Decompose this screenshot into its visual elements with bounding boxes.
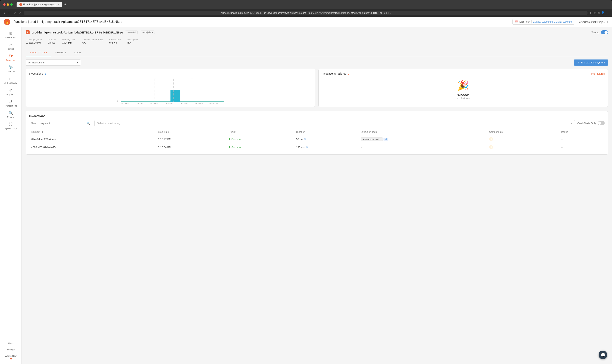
sidebar-item-appsync[interactable]: ⊙ AppSync <box>1 87 20 97</box>
tab-logs[interactable]: LOGS <box>70 49 85 56</box>
empty-title: Whooo! <box>457 93 469 97</box>
svg-text:02:50 PM: 02:50 PM <box>150 103 158 104</box>
traced-toggle[interactable] <box>601 30 608 34</box>
chat-button[interactable]: 💬 <box>598 351 607 359</box>
cell-request-id: 024a84ce-9f28-4b4d-... <box>29 135 156 143</box>
active-tab[interactable]: Functions | prod-lumigo-my-st... ✕ <box>16 2 62 7</box>
sidebar-item-apigateway[interactable]: ⊟ API Gateway <box>1 75 20 86</box>
maximize-button[interactable] <box>10 3 13 6</box>
meta-value-description: N/A <box>127 41 138 44</box>
comp-cell: 1 <box>489 137 557 141</box>
execution-tag-dropdown[interactable]: Select execution tag ▾ <box>95 120 575 126</box>
table-row[interactable]: c586cd67-87de-4e75-... 3:10:54 PM Succes… <box>29 143 605 151</box>
forward-button[interactable]: › <box>8 11 10 15</box>
col-start-time[interactable]: Start Time ↓ <box>156 129 227 135</box>
failures-count: 0 <box>348 72 350 75</box>
project-selector[interactable]: Serverless-stack-Proje... ▾ <box>577 21 608 24</box>
sidebar-item-explore[interactable]: 🔍 Explore <box>1 109 20 120</box>
page-tab-bar: INVOCATIONS METRICS LOGS <box>26 49 608 56</box>
appsync-icon: ⊙ <box>9 88 12 92</box>
result-success: Success <box>229 146 291 149</box>
project-name: Serverless-stack-Proje... <box>577 21 605 24</box>
runtime-badge: nodejs14.x <box>141 30 155 34</box>
tab-close-button[interactable]: ✕ <box>58 3 59 6</box>
profile-icon[interactable]: 👤 <box>601 11 604 14</box>
invocations-chart-svg: 2 1 0 <box>29 76 312 104</box>
invocations-chart-card: Invocations 1 2 1 0 <box>26 69 315 107</box>
svg-rect-7 <box>171 90 180 102</box>
toggle-thumb <box>604 31 608 34</box>
reload-button[interactable]: ↻ <box>13 10 16 15</box>
sidebar-label-alerts: Alerts <box>8 342 14 344</box>
comp-cell: 1 <box>489 145 557 149</box>
close-button[interactable] <box>3 3 5 6</box>
sidebar-item-functions[interactable]: Fx Functions <box>1 52 20 63</box>
extensions-icon[interactable]: ⧉ <box>598 11 599 14</box>
col-issues: Issues <box>559 129 605 135</box>
home-button[interactable]: ⌂ <box>18 11 22 15</box>
toggle-off-thumb <box>598 121 601 125</box>
search-request-id-input[interactable] <box>31 122 85 125</box>
sidebar-item-settings[interactable]: Settings <box>1 347 20 352</box>
sidebar-item-whatsnew[interactable]: What's New <box>1 353 20 361</box>
main-content: λ prod-lumigo-my-stack-ApiLambdaGETB1714… <box>22 27 612 364</box>
lumigo-favicon <box>19 3 22 6</box>
sidebar-divider <box>4 133 17 133</box>
share-icon[interactable]: ⬆ <box>589 11 592 14</box>
see-last-deployment-button[interactable]: ⬆ See Last Deployment <box>574 60 608 65</box>
invocation-filter-dropdown[interactable]: All invocations ▾ <box>26 60 81 65</box>
cell-start-time: 3:10:54 PM <box>156 143 227 151</box>
svg-text:03:00 PM: 03:00 PM <box>165 103 174 104</box>
col-duration: Duration <box>294 129 358 135</box>
app-body: ⊞ Dashboard ⚠ Issues Fx Functions 📡 Live… <box>0 27 612 364</box>
tab-invocations[interactable]: INVOCATIONS <box>26 49 51 56</box>
cell-start-time: 3:15:27 PM <box>156 135 227 143</box>
invocations-chart-area: 2 1 0 <box>29 76 312 104</box>
table-row[interactable]: 024a84ce-9f28-4b4d-... 3:15:27 PM Succes… <box>29 135 605 143</box>
sidebar-item-livetail[interactable]: 📡 Live Tail <box>1 64 20 74</box>
duration-cell: 52 ms ❄ <box>296 138 356 141</box>
traced-label: Traced <box>591 31 599 34</box>
cell-request-id: c586cd67-87de-4e75-... <box>29 143 156 151</box>
url-bar[interactable] <box>24 11 587 15</box>
svg-text:1: 1 <box>117 88 119 91</box>
browser-urlbar: ‹ › ↻ ⌂ ⬆ ☆ ⧉ 👤 ⋮ <box>0 9 612 17</box>
sidebar-label-explore: Explore <box>7 116 14 118</box>
sidebar-label-whatsnew: What's New <box>5 355 16 357</box>
tab-metrics[interactable]: METRICS <box>51 49 71 56</box>
meta-label-description: Description <box>127 39 138 41</box>
meta-description: Description N/A <box>127 39 138 44</box>
sidebar-item-alerts[interactable]: Alerts <box>1 340 20 346</box>
tag-chip: apigw-request-id-... <box>361 138 383 141</box>
tag-more: +2 <box>383 138 388 141</box>
browser-tabs: Functions | prod-lumigo-my-st... ✕ + <box>16 2 609 7</box>
cell-duration: 195 ms ❄ <box>294 143 358 151</box>
traced-toggle-container: Traced <box>591 30 608 34</box>
whatsnew-badge <box>10 358 12 360</box>
time-range-selector[interactable]: 📅 Last Hour 11 Mar, 02:30pm to 11 Mar, 0… <box>512 19 574 25</box>
success-dot <box>229 146 230 148</box>
sidebar-item-systemmap[interactable]: ⛶ System Map <box>1 121 20 131</box>
dashboard-icon: ⊞ <box>9 31 12 36</box>
sidebar-item-dashboard[interactable]: ⊞ Dashboard <box>1 29 20 40</box>
cell-execution-tags: – <box>358 143 487 151</box>
back-button[interactable]: ‹ <box>3 11 6 15</box>
svg-text:02:40 PM: 02:40 PM <box>135 103 144 104</box>
table-header: Request Id Start Time ↓ Result Duration … <box>29 129 605 135</box>
col-request-id: Request Id <box>29 129 156 135</box>
invocations-table-section: Invocations 🔍 Select execution tag ▾ Col… <box>26 111 608 155</box>
table-section-title: Invocations <box>29 114 605 117</box>
menu-icon[interactable]: ⋮ <box>606 11 609 14</box>
sidebar-item-issues[interactable]: ⚠ Issues <box>1 41 20 52</box>
cold-starts-toggle[interactable] <box>598 121 605 125</box>
bookmark-icon[interactable]: ☆ <box>594 11 596 14</box>
cloud-icon: ☁ <box>26 41 28 44</box>
transactions-icon: ⇄ <box>9 100 12 104</box>
minimize-button[interactable] <box>7 3 9 6</box>
browser-window: Functions | prod-lumigo-my-st... ✕ + ‹ ›… <box>0 0 612 364</box>
col-execution-tags: Execution Tags <box>358 129 487 135</box>
tags-dash: – <box>361 146 362 149</box>
new-tab-button[interactable]: + <box>64 2 68 7</box>
sidebar-item-transactions[interactable]: ⇄ Transactions <box>1 98 20 108</box>
region-badge: us-east-1 <box>125 30 138 34</box>
